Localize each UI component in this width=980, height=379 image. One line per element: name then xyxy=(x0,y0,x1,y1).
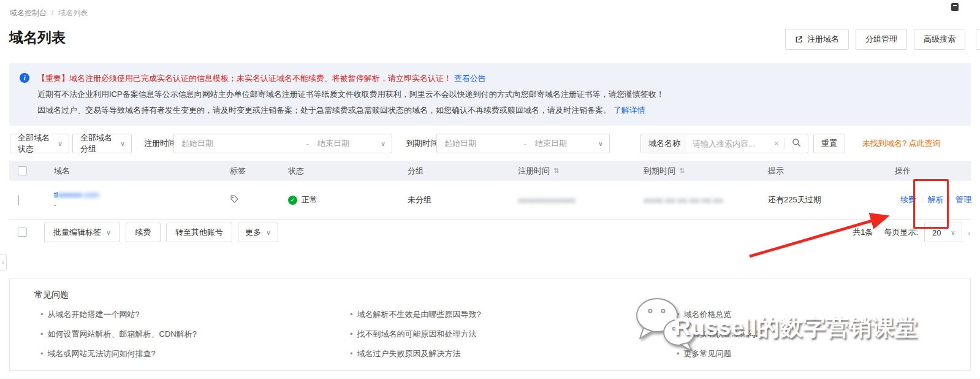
domain-not-found-link[interactable]: 未找到域名? 点此查询 xyxy=(862,134,941,153)
domain-status-select[interactable]: 全部域名状态 ∨ xyxy=(10,134,69,153)
resolve-action-link[interactable]: 解析 xyxy=(928,195,944,204)
external-link-icon xyxy=(795,36,803,44)
column-header-reg-time: 注册时间 xyxy=(518,166,550,177)
action-separator xyxy=(949,196,950,203)
table-header-row: 域名 标签 状态 分组 注册时间⇅ 到期时间⇅ 提示 操作 xyxy=(9,161,971,181)
batch-renew-button[interactable]: 续费 xyxy=(126,223,161,242)
domain-group-select[interactable]: 全部域名分组 ∨ xyxy=(72,134,132,153)
manage-action-link[interactable]: 管理 xyxy=(955,195,971,204)
domain-secondary-text: - xyxy=(54,201,230,210)
domain-link[interactable]: tl●●●●●.com xyxy=(54,190,99,199)
column-header-expire-time: 到期时间 xyxy=(644,166,675,177)
domain-masked-part: ●●●●●.com xyxy=(58,190,99,199)
select-all-checkbox[interactable] xyxy=(18,166,27,175)
notice-line-important: 【重要】域名注册必须使用已完成实名认证的信息模板；未实名认证域名不能续费、将被暂… xyxy=(37,71,961,86)
tag-icon[interactable] xyxy=(230,196,239,205)
clipped-header-icon[interactable] xyxy=(951,3,959,11)
notice-line-2: 近期有不法企业利用ICP备案信息等公示信息向网站主办单位邮寄域名注册证书等纸质文… xyxy=(37,86,961,102)
group-manage-button[interactable]: 分组管理 xyxy=(856,29,907,50)
renew-action-link[interactable]: 续费 xyxy=(900,195,916,204)
batch-select-checkbox[interactable] xyxy=(18,228,27,237)
faq-link[interactable]: •从域名开始搭建一个网站? xyxy=(40,309,140,320)
status-cell: ✓ 正常 xyxy=(288,194,408,205)
search-button[interactable] xyxy=(784,134,808,153)
sort-icon[interactable]: ⇅ xyxy=(553,167,559,175)
learn-more-link[interactable]: 了解详情 xyxy=(613,105,645,115)
domain-console-page: 域名控制台/域名列表 域名列表 注册域名 分组管理 高级搜索 i 【重要】域名注… xyxy=(0,0,980,379)
faq-link-label: 域名过户失败原因及解决方法 xyxy=(357,349,461,358)
faq-link-label: 如何设置网站解析、邮箱解析、CDN解析? xyxy=(48,329,197,339)
bullet: • xyxy=(350,349,353,358)
expire-time-range-picker[interactable]: 起始日期 - 结束日期 ∨ xyxy=(436,134,610,153)
transfer-account-button[interactable]: 转至其他账号 xyxy=(166,223,232,242)
breadcrumb-separator: / xyxy=(51,9,53,17)
expire-time-label: 到期时间 xyxy=(406,134,438,153)
faq-link[interactable]: •域名价格总览 xyxy=(677,309,732,320)
reg-time-label: 注册时间 xyxy=(144,134,176,153)
bullet: • xyxy=(350,329,353,339)
table-row: tl●●●●●.com - ✓ 正常 未分组 ●●●●●●●●●●●● ●●●●… xyxy=(9,181,971,220)
register-domain-button[interactable]: 注册域名 xyxy=(785,29,849,50)
faq-link[interactable]: •域名解析不生效是由哪些原因导致? xyxy=(350,309,481,320)
expire-end-date-placeholder: 结束日期 xyxy=(535,138,593,149)
faq-link[interactable]: •域名或网站无法访问如何排查? xyxy=(40,348,156,359)
register-domain-label: 注册域名 xyxy=(807,34,839,45)
bullet: • xyxy=(677,310,680,319)
advanced-search-button[interactable]: 高级搜索 xyxy=(914,29,965,50)
expire-start-date-placeholder: 起始日期 xyxy=(444,138,476,149)
chevron-down-icon: ∨ xyxy=(381,140,386,148)
reg-time-range-picker[interactable]: 起始日期 - 结束日期 ∨ xyxy=(173,134,392,153)
reset-button[interactable]: 重置 xyxy=(813,134,845,153)
chevron-down-icon: ∨ xyxy=(598,140,603,148)
domain-group-value: 全部域名分组 xyxy=(80,132,115,155)
bullet: • xyxy=(40,329,44,339)
expire-time-cell: ●●●●-●●-●● ●●:●●:●● xyxy=(644,196,768,205)
domain-visible-part: tl xyxy=(54,190,58,199)
faq-link[interactable]: •域名实名认证常见问题 xyxy=(677,329,764,340)
page-size-label: 每页显示: xyxy=(884,227,918,238)
bullet: • xyxy=(677,349,680,358)
page-title: 域名列表 xyxy=(9,28,66,47)
clipped-edge-button[interactable] xyxy=(976,29,980,50)
sidebar-collapse-handle[interactable]: ‹ xyxy=(0,254,7,271)
faq-link[interactable]: •更多常见问题 xyxy=(677,348,732,359)
bullet: • xyxy=(350,310,353,319)
sort-icon[interactable]: ⇅ xyxy=(679,167,685,175)
more-button[interactable]: 更多 ∨ xyxy=(238,223,278,242)
prev-page-icon[interactable]: ‹ xyxy=(968,228,971,238)
info-icon: i xyxy=(20,73,29,83)
reg-start-date-placeholder: 起始日期 xyxy=(181,138,213,149)
breadcrumb-current: 域名列表 xyxy=(58,9,88,17)
group-cell: 未分组 xyxy=(408,194,518,205)
faq-title: 常见问题 xyxy=(34,289,69,301)
domain-search-input[interactable] xyxy=(686,139,769,148)
column-header-status: 状态 xyxy=(288,166,408,177)
chevron-down-icon: ∨ xyxy=(106,229,111,237)
faq-link[interactable]: •域名过户失败原因及解决方法 xyxy=(350,348,461,359)
pagination: 共1条 每页显示: 20 ∨ ‹ xyxy=(853,223,971,242)
notice-line-3: 因域名过户、交易等导致域名持有者发生变更的，请及时变更或注销备案；处于急需续费或… xyxy=(37,102,961,118)
breadcrumb-domain-console[interactable]: 域名控制台 xyxy=(10,9,47,17)
batch-edit-tags-button[interactable]: 批量编辑标签 ∨ xyxy=(44,223,120,242)
filter-bar: 全部域名状态 ∨ 全部域名分组 ∨ 注册时间 起始日期 - 结束日期 ∨ 到期时… xyxy=(9,134,971,153)
batch-action-bar: 批量编辑标签 ∨ 续费 转至其他账号 更多 ∨ 共1条 每页显示: 20 ∨ ‹ xyxy=(9,220,971,245)
domain-status-value: 全部域名状态 xyxy=(18,132,53,155)
clear-search-icon[interactable]: × xyxy=(769,139,784,148)
row-checkbox[interactable] xyxy=(18,195,19,205)
faq-link[interactable]: •如何设置网站解析、邮箱解析、CDN解析? xyxy=(40,329,197,340)
action-separator xyxy=(922,196,922,203)
faq-link[interactable]: •找不到域名的可能原因和处理方法 xyxy=(350,329,477,340)
faq-link-label: 域名解析不生效是由哪些原因导致? xyxy=(357,310,481,319)
view-announcement-link[interactable]: 查看公告 xyxy=(454,74,486,83)
column-header-group: 分组 xyxy=(408,166,518,177)
tip-cell: 还有225天过期 xyxy=(768,194,886,205)
chevron-down-icon: ∨ xyxy=(58,140,63,148)
faq-card: 常见问题 •从域名开始搭建一个网站? •如何设置网站解析、邮箱解析、CDN解析?… xyxy=(9,278,971,371)
domain-search-box: 域名名称 × xyxy=(640,134,808,153)
date-range-dash: - xyxy=(524,139,526,148)
column-header-tags: 标签 xyxy=(230,166,288,177)
page-size-select[interactable]: 20 ∨ xyxy=(924,223,962,242)
faq-link-label: 域名价格总览 xyxy=(684,310,732,319)
status-ok-icon: ✓ xyxy=(288,196,297,205)
total-count: 共1条 xyxy=(853,227,873,238)
